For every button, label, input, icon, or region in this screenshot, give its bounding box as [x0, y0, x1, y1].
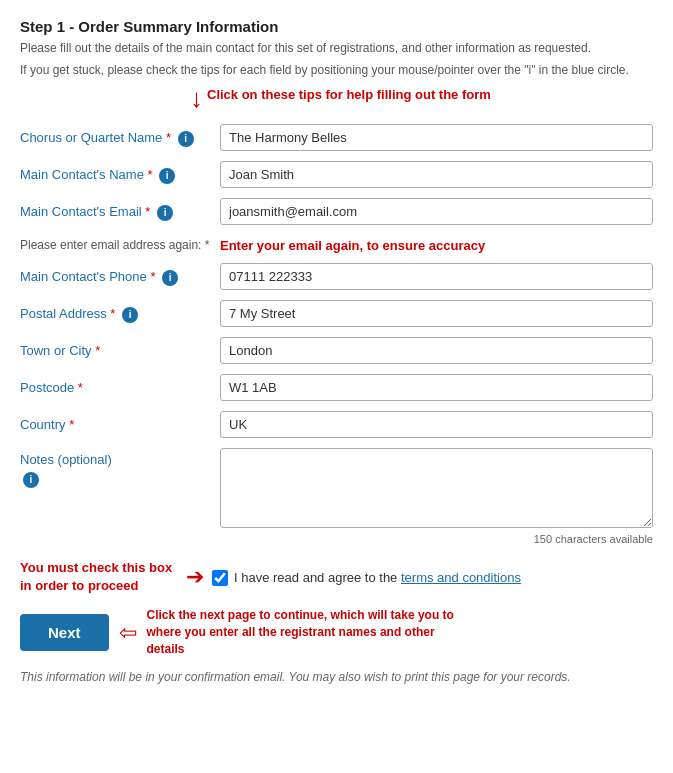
terms-link[interactable]: terms and conditions [401, 570, 521, 585]
postcode-input[interactable] [220, 374, 653, 401]
country-input-wrapper [220, 411, 653, 438]
contact-email-input-wrapper [220, 198, 653, 225]
notes-row: Notes (optional) i 150 characters availa… [20, 448, 653, 545]
notes-input-wrapper: 150 characters available [220, 448, 653, 545]
postcode-input-wrapper [220, 374, 653, 401]
chorus-input-wrapper [220, 124, 653, 151]
chorus-info-icon[interactable]: i [178, 131, 194, 147]
contact-email-label: Main Contact's Email * i [20, 198, 220, 221]
town-input-wrapper [220, 337, 653, 364]
country-label: Country * [20, 411, 220, 432]
town-row: Town or City * [20, 337, 653, 364]
page-title: Step 1 - Order Summary Information [20, 18, 653, 35]
next-tip-text: Click the next page to continue, which w… [147, 607, 457, 657]
phone-input[interactable] [220, 263, 653, 290]
char-count: 150 characters available [220, 533, 653, 545]
country-input[interactable] [220, 411, 653, 438]
contact-name-label: Main Contact's Name * i [20, 161, 220, 184]
terms-row: You must check this box in order to proc… [20, 559, 653, 595]
address-row: Postal Address * i [20, 300, 653, 327]
country-row: Country * [20, 411, 653, 438]
next-arrow-icon: ⇦ [119, 620, 137, 646]
tip-arrow-icon: ↓ [190, 83, 203, 114]
tip-click-text: Click on these tips for help filling out… [207, 83, 491, 102]
terms-checkbox[interactable] [212, 570, 228, 586]
notes-label: Notes (optional) i [20, 448, 220, 488]
postcode-row: Postcode * [20, 374, 653, 401]
next-row: Next ⇦ Click the next page to continue, … [20, 607, 653, 657]
notes-textarea[interactable] [220, 448, 653, 528]
phone-row: Main Contact's Phone * i [20, 263, 653, 290]
chorus-row: Chorus or Quartet Name * i [20, 124, 653, 151]
town-label: Town or City * [20, 337, 220, 358]
contact-name-row: Main Contact's Name * i [20, 161, 653, 188]
phone-info-icon[interactable]: i [162, 270, 178, 286]
phone-label: Main Contact's Phone * i [20, 263, 220, 286]
address-input[interactable] [220, 300, 653, 327]
email-again-label: Please enter email address again: * [20, 235, 220, 252]
email-again-row: Please enter email address again: * Ente… [20, 235, 653, 253]
town-input[interactable] [220, 337, 653, 364]
phone-input-wrapper [220, 263, 653, 290]
must-check-text: You must check this box in order to proc… [20, 559, 180, 595]
footer-note: This information will be in your confirm… [20, 670, 653, 684]
contact-email-info-icon[interactable]: i [157, 205, 173, 221]
contact-email-row: Main Contact's Email * i [20, 198, 653, 225]
next-button[interactable]: Next [20, 614, 109, 651]
contact-name-info-icon[interactable]: i [159, 168, 175, 184]
terms-arrow-icon: ➔ [186, 564, 204, 590]
address-label: Postal Address * i [20, 300, 220, 323]
intro-text-1: Please fill out the details of the main … [20, 39, 653, 57]
contact-name-input[interactable] [220, 161, 653, 188]
email-again-warning: Enter your email again, to ensure accura… [220, 235, 653, 253]
postcode-label: Postcode * [20, 374, 220, 395]
address-info-icon[interactable]: i [122, 307, 138, 323]
terms-label[interactable]: I have read and agree to the terms and c… [234, 570, 521, 585]
contact-name-input-wrapper [220, 161, 653, 188]
notes-info-icon[interactable]: i [23, 472, 39, 488]
chorus-input[interactable] [220, 124, 653, 151]
address-input-wrapper [220, 300, 653, 327]
contact-email-input[interactable] [220, 198, 653, 225]
chorus-label: Chorus or Quartet Name * i [20, 124, 220, 147]
intro-text-2: If you get stuck, please check the tips … [20, 61, 653, 79]
